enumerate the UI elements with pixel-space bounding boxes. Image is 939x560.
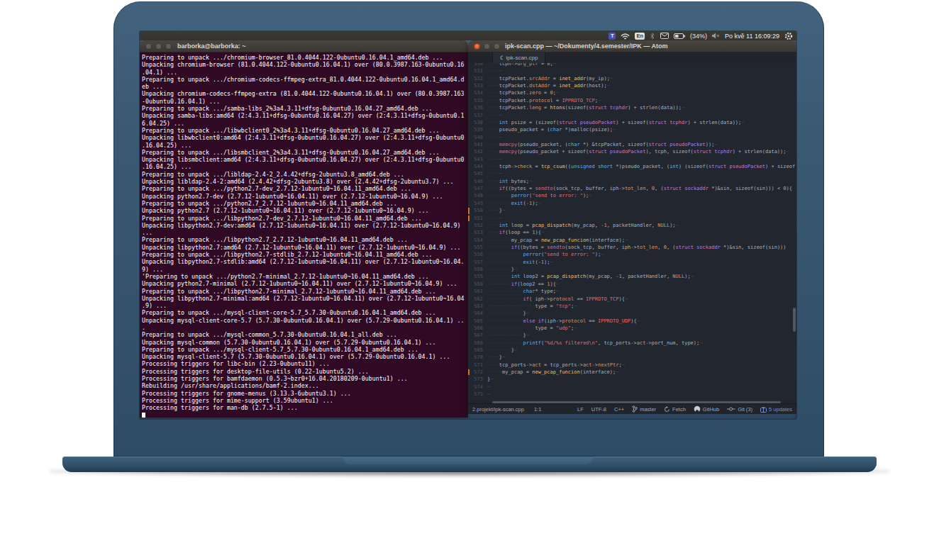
code-line: 538····int psize = (sizeof(struct pseudo… — [468, 119, 796, 126]
terminal-output: Preparing to unpack .../chromium-browser… — [142, 54, 466, 412]
atom-maximize-button[interactable] — [494, 43, 500, 50]
code-lines: 530····tcph->urg_ptr = 0;¬531····¬532···… — [468, 63, 796, 398]
mail-icon[interactable] — [660, 33, 669, 39]
code-line: 565············else if(iph->protocol == … — [468, 318, 796, 325]
teams-tray-icon[interactable]: T — [609, 33, 616, 40]
status-updates[interactable]: 5 updates — [760, 406, 792, 413]
code-line: 543····¬ — [468, 156, 796, 163]
keyboard-layout-indicator[interactable]: En — [635, 33, 645, 40]
session-gear-icon[interactable] — [784, 32, 793, 40]
github-icon — [694, 405, 701, 413]
vertical-scrollbar[interactable] — [793, 308, 796, 332]
code-line: 568············printf("%d/%s filtered\n"… — [468, 340, 796, 347]
code-line: 571····tcp_ports->act = tcp_ports->act->… — [468, 362, 796, 369]
volume-muted-icon[interactable] — [712, 33, 720, 39]
terminal-minimize-button[interactable] — [155, 43, 162, 50]
tab-label: ipk-scan.cpp — [506, 55, 538, 61]
desktop-screen: T En — [140, 31, 796, 419]
c-language-icon: C — [500, 55, 504, 61]
laptop-mockup: T En — [0, 0, 939, 560]
status-git-changes[interactable]: Git (3) — [727, 406, 752, 413]
code-line: 575¬ — [468, 391, 796, 398]
clock[interactable]: Po kvě 11 16:09:29 — [725, 33, 779, 40]
git-icon — [727, 406, 735, 412]
terminal-body[interactable]: Preparing to unpack .../chromium-browser… — [140, 52, 468, 418]
status-file-path[interactable]: 2.projekt/ipk-scan.cpp — [472, 406, 524, 413]
code-line: 562············if( iph->protocol == IPPR… — [468, 296, 796, 303]
code-line: 536····tcpPacket.leng = htons(sizeof(str… — [468, 104, 796, 111]
updates-label: 5 updates — [769, 406, 792, 413]
code-line: 541····memcpy(pseudo_packet, (char *) &t… — [468, 141, 796, 148]
terminal-titlebar[interactable]: barborka@barborka: ~ — [140, 40, 468, 52]
code-line: 569········}¬ — [468, 347, 796, 354]
code-line: 559········int loop2 = pcap_dispatch(my_… — [468, 273, 796, 280]
sync-icon — [664, 406, 670, 413]
code-line: 535····tcpPacket.protocol = IPPROTO_TCP;… — [468, 97, 796, 104]
status-line-ending[interactable]: LF — [577, 406, 584, 413]
code-line: 532····tcpPacket.srcAddr = inet_addr(my_… — [468, 75, 796, 82]
battery-icon[interactable] — [674, 33, 685, 39]
terminal-window: barborka@barborka: ~ Preparing to unpack… — [140, 40, 468, 418]
status-cursor-position[interactable]: 1:1 — [534, 406, 541, 413]
code-line: 557············exit(-1);¬ — [468, 259, 796, 266]
code-line: 567············}¬ — [468, 332, 796, 339]
battery-percentage: (34%) — [690, 33, 707, 40]
code-line: 570····}¬ — [468, 354, 796, 361]
terminal-cursor — [142, 413, 145, 418]
code-editor[interactable]: 530····tcph->urg_ptr = 0;¬531····¬532···… — [468, 63, 796, 401]
branch-name: master — [640, 406, 656, 413]
tab-ipk-scan[interactable]: C ipk-scan.cpp — [492, 52, 545, 63]
code-line: 563················type = "tcp";¬ — [468, 303, 796, 310]
branch-icon — [632, 405, 638, 413]
terminal-maximize-button[interactable] — [165, 43, 172, 50]
status-git-branch[interactable]: master — [632, 405, 656, 413]
code-line: 534····tcpPacket.zero = 0;¬ — [468, 89, 796, 96]
code-line: 547····if((bytes = sendto(sock_tcp, buff… — [468, 185, 796, 192]
code-line: 573}¬ — [468, 376, 796, 383]
atom-titlebar[interactable]: ipk-scan.cpp — ~/Dokumenty/4.semester/IP… — [468, 40, 796, 52]
status-encoding[interactable]: UTF-8 — [591, 406, 606, 413]
atom-tab-bar: C ipk-scan.cpp — [468, 52, 796, 63]
horizontal-scrollbar[interactable] — [492, 401, 781, 403]
code-line: 560········if(loop2 == 1){¬ — [468, 281, 796, 288]
code-line: 558········}¬ — [468, 266, 796, 273]
fetch-label: Fetch — [672, 406, 686, 413]
code-line: 546····int bytes;¬ — [468, 178, 796, 185]
bluetooth-icon[interactable] — [650, 33, 655, 40]
atom-title: ipk-scan.cpp — ~/Dokumenty/4.semester/IP… — [505, 43, 667, 50]
atom-status-bar: 2.projekt/ipk-scan.cpp 1:1 LF UTF-8 C++ — [468, 403, 796, 414]
code-line: 539····pseudo_packet = (char *)malloc(ps… — [468, 126, 796, 133]
code-line: 553····if(loop == 1){¬ — [468, 229, 796, 236]
code-line: 531····¬ — [468, 67, 796, 74]
status-github[interactable]: GitHub — [694, 405, 719, 413]
wifi-icon[interactable] — [621, 33, 630, 40]
code-line: 548········perror("send to error: ");¬ — [468, 192, 796, 199]
horizontal-scrollbar-track — [468, 401, 796, 403]
code-line: 574¬ — [468, 383, 796, 391]
code-line: 551····¬ — [468, 215, 796, 222]
code-line: 537····¬ — [468, 112, 796, 119]
laptop-base — [62, 457, 877, 472]
code-line: 554········my_pcap = new_pcap_funcion(in… — [468, 237, 796, 244]
code-line: 533····tcpPacket.dstAddr = inet_addr(hos… — [468, 82, 796, 89]
code-line: 572·····my_pcap = new_pcap_funcion(inter… — [468, 369, 796, 376]
code-line: 550····}¬ — [468, 207, 796, 214]
code-line: 544····tcph->check = tcp_csum((unsigned … — [468, 163, 796, 170]
code-line: 555········if((bytes = sendto(sock_tcp, … — [468, 244, 796, 251]
git-changes-label: Git (3) — [738, 406, 752, 413]
atom-window: ipk-scan.cpp — ~/Dokumenty/4.semester/IP… — [468, 40, 796, 414]
code-line: 542····memcpy(pseudo_packet + sizeof(str… — [468, 148, 796, 155]
status-fetch[interactable]: Fetch — [664, 406, 686, 413]
code-line: 545····¬ — [468, 170, 796, 177]
package-updates-icon — [760, 406, 767, 413]
laptop-base-notch — [343, 457, 593, 464]
code-line: 561············char* type;¬ — [468, 288, 796, 295]
code-line: 540····¬ — [468, 134, 796, 141]
code-line: 552····int loop = pcap_dispatch(my_pcap,… — [468, 222, 796, 229]
code-line: 556············perror("send to error: ")… — [468, 251, 796, 258]
code-line: 564············}¬ — [468, 310, 796, 317]
atom-close-button[interactable] — [474, 43, 480, 50]
terminal-close-button[interactable] — [145, 43, 152, 50]
atom-minimize-button[interactable] — [484, 43, 490, 50]
status-grammar[interactable]: C++ — [614, 406, 624, 413]
